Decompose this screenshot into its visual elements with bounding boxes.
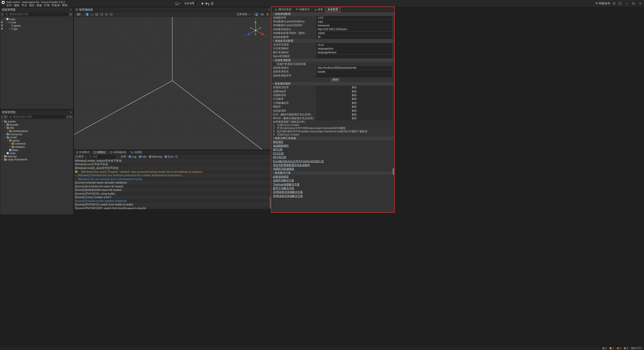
checkbox[interactable] <box>273 63 275 65</box>
rect-tool-button[interactable] <box>99 13 104 16</box>
warning-count[interactable]: 1 <box>610 347 614 350</box>
menu-item[interactable]: 编辑 <box>14 4 21 7</box>
log-row[interactable]: !▸[Window] [Vue warn]: Property "onInput… <box>74 170 271 174</box>
log-row[interactable]: [Scene] [PHYSICS]: using builtin. <box>74 192 271 196</box>
expander-icon[interactable]: ▸ <box>6 130 8 132</box>
doc-link[interactable]: 3D角色扮演游戏解决方案 <box>272 194 394 198</box>
step-button[interactable] <box>206 2 209 5</box>
expander-icon[interactable]: ▸ <box>75 174 77 176</box>
log-row[interactable]: ▸[Window] Download the Vue Devtools exte… <box>74 173 271 177</box>
collapse-logs-button[interactable] <box>176 156 177 158</box>
log-row[interactable]: [Scene] [PHYSICS]: switch from builtin t… <box>74 203 271 206</box>
doc-link[interactable]: MVVM文档 <box>272 156 394 159</box>
property-input[interactable]: framework <box>316 24 392 27</box>
play-button[interactable] <box>202 2 204 5</box>
tree-row[interactable]: ▸bundle <box>0 123 73 126</box>
help-icon[interactable]: ? <box>618 2 622 5</box>
doc-link[interactable]: 教程项目 <box>272 140 394 144</box>
section-header[interactable]: ▾框架解决方案 <box>272 171 394 175</box>
property-input[interactable]: 60 <box>316 35 392 39</box>
tree-row[interactable]: ▾script <box>0 136 73 139</box>
expander-icon[interactable]: ▸ <box>4 124 6 126</box>
property-input[interactable]: language/json <box>316 47 392 50</box>
create-node-button[interactable]: + <box>2 13 3 16</box>
hierarchy-search-input[interactable]: 搜索名称或 UUID <box>4 13 68 16</box>
section-header[interactable]: ▾框架文档工具链接 <box>272 137 394 140</box>
log-row[interactable]: [Window] render_texture文件夹不存在 <box>74 159 271 163</box>
section-header[interactable]: ▾游戏基础配置 <box>272 12 394 16</box>
menu-item[interactable]: 帮助 <box>62 4 69 7</box>
axis-x-label[interactable]: X <box>265 34 266 36</box>
delete-module-button[interactable]: 删除 <box>316 94 392 97</box>
console-scrollbar-thumb[interactable] <box>270 197 271 208</box>
section-header[interactable]: ▾框架模块裁剪 <box>272 82 394 85</box>
menu-item[interactable]: 扩展 <box>44 4 52 7</box>
log-row[interactable]: [Window] ecs文件夹不存在 <box>74 163 271 166</box>
filter-button[interactable] <box>70 13 72 16</box>
expander-icon[interactable]: ▸ <box>9 146 11 148</box>
preview-device-select[interactable]: ▾ <box>175 3 180 5</box>
log-row[interactable]: [Scene] Forward render pipeline initiali… <box>74 199 271 203</box>
expander-icon[interactable]: ▸ <box>1 155 3 157</box>
property-input[interactable]: oops <box>316 20 392 23</box>
tree-row[interactable]: game <box>0 24 73 27</box>
tree-row[interactable]: ▾assets <box>0 120 73 123</box>
menu-item[interactable]: 开发者 <box>52 4 62 7</box>
layout-button[interactable] <box>211 2 213 5</box>
tree-row[interactable]: ▸initialize <box>0 145 73 149</box>
mode-3d-toggle[interactable]: 3D <box>75 13 82 16</box>
tree-row[interactable]: ▸gui <box>0 27 73 30</box>
expander-icon[interactable]: ▸ <box>1 158 3 160</box>
tab-service[interactable]: ☁服务 <box>312 7 325 12</box>
panel-menu-icon[interactable]: ≡ <box>268 8 270 11</box>
doc-link[interactable]: 战棋游戏框架 <box>272 175 394 179</box>
log-row[interactable]: [Scene] [box2d]:box2d wasm lib loaded. <box>74 185 271 188</box>
axis-z-label[interactable]: Z <box>245 34 246 36</box>
expander-icon[interactable]: ▾ <box>6 140 8 142</box>
doc-link[interactable]: ECS文档 <box>272 152 394 155</box>
delete-module-button[interactable]: 删除 <box>316 86 392 89</box>
filter-warning[interactable]: ✓Warning <box>149 155 162 158</box>
gear-toggle-button[interactable]: ⚙ <box>265 13 270 16</box>
expander-icon[interactable]: ▸ <box>78 171 80 173</box>
doc-link[interactable]: 动画状态机编辑器 <box>272 167 394 171</box>
delete-module-button[interactable]: 删除 <box>316 101 392 105</box>
delete-module-button[interactable]: 删除 <box>316 90 392 93</box>
move-tool-button[interactable] <box>85 13 89 16</box>
tree-row[interactable]: ▸common <box>0 142 73 145</box>
pivot-tool-button[interactable] <box>104 13 108 16</box>
expander-icon[interactable]: ▾ <box>4 18 6 20</box>
axis-y-label[interactable]: Y <box>255 18 256 20</box>
log-row[interactable]: [Scene] [PHYSICS2D]: switch from box2d-w… <box>74 206 271 209</box>
expander-icon[interactable]: ▸ <box>4 133 6 135</box>
tree-row[interactable]: ▸seedrandom <box>0 129 73 133</box>
expander-icon[interactable]: ▸ <box>75 178 77 180</box>
inspector-scrollbar-thumb[interactable] <box>393 168 394 175</box>
tab-console[interactable]: 控制台 <box>92 150 108 154</box>
tab-preview[interactable]: 资源预览 <box>74 150 92 154</box>
log-row[interactable]: [Scene] meshopt wasm decoder initialized <box>74 181 271 185</box>
doc-link[interactable]: 2D角色扮演游戏解决方案 <box>272 190 394 194</box>
property-input[interactable]: 10000 <box>316 32 392 35</box>
build-publish-button[interactable]: ⚒构建发布 <box>595 2 610 5</box>
minimize-button[interactable]: – <box>625 2 628 5</box>
clear-console-button[interactable]: 清空 <box>75 155 84 158</box>
property-input[interactable] <box>316 74 392 77</box>
assets-filter-button[interactable]: ≡ <box>67 115 68 118</box>
doc-link[interactable]: API文档 <box>272 148 394 152</box>
assets-search-input[interactable]: 搜索名称或 UUID <box>8 115 66 119</box>
log-row[interactable]: [Window] model_view文件夹不存在 <box>74 166 271 170</box>
property-input[interactable] <box>316 55 392 58</box>
property-input[interactable]: 1.0.5 <box>316 16 392 19</box>
tab-inspector[interactable]: ◎属性检查器 <box>273 7 293 12</box>
section-header[interactable]: ▾游戏多语言配置 <box>272 39 394 43</box>
tree-row[interactable]: ▾main <box>0 17 73 21</box>
doc-link[interactable]: 游戏模板项目 <box>272 144 394 148</box>
panel-menu-icon[interactable]: ≡ <box>70 8 72 11</box>
expander-icon[interactable]: ▾ <box>4 136 6 138</box>
camera-toggle-button[interactable] <box>260 13 264 16</box>
tree-row[interactable]: ▸oops-framework <box>0 158 73 161</box>
space-tool-button[interactable] <box>109 13 113 16</box>
menu-item[interactable]: 项目 <box>29 4 36 7</box>
scene-viewport[interactable]: Y X Z <box>74 17 271 150</box>
